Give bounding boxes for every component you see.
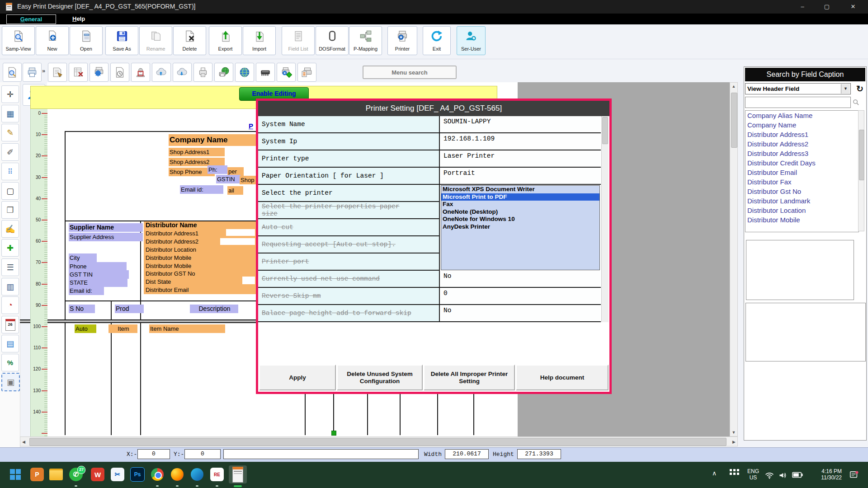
field-shop-address1[interactable]: Shop Address1 [169,148,225,156]
dialog-row-value[interactable]: Portrait [440,168,601,185]
delete-unused-config-button[interactable]: Delete Unused System Configuration [337,365,423,390]
field-ph-label[interactable]: Ph: [208,165,227,174]
field-caption-item[interactable]: Distributor Address1 [745,130,859,139]
minimize-button[interactable]: – [792,0,813,14]
scroll-right-icon[interactable]: ▶ [732,440,736,444]
notification-icon[interactable] [849,470,859,480]
import-button[interactable]: Import [243,26,276,55]
cloud-download-button[interactable] [173,63,192,82]
field-caption-item[interactable]: Distributor Gst No [745,187,859,196]
calendar-tool-icon[interactable]: 26 [1,316,19,333]
field-search-input[interactable] [745,97,851,108]
exit-button[interactable]: Exit [423,26,451,55]
clock[interactable]: 4:16 PM 11/30/22 [812,468,842,481]
maximize-button[interactable]: ▢ [816,0,837,14]
scroll-up-icon[interactable]: ▲ [730,84,737,89]
schedule-doc-button[interactable] [110,63,129,82]
field-caption-item[interactable]: Company Alias Name [745,111,859,120]
taskbar-app-whatsapp[interactable]: ✆27 [67,465,85,483]
taskbar-app-photoshop[interactable]: Ps [128,465,146,483]
grid-header-description[interactable]: Description [190,305,238,313]
horizontal-scrollbar[interactable]: ◀ ▶ [20,436,738,446]
dialog-row-value[interactable]: 192.168.1.109 [440,133,601,150]
field-caption-item[interactable]: Company Name [745,120,859,130]
field-list-scrollbar[interactable] [858,110,864,231]
taskbar-app-firefox[interactable] [168,465,186,483]
field-item[interactable]: Item [108,324,137,333]
dialog-title[interactable]: Printer Setting [DEF_ A4_PO_GST-565] [258,101,609,116]
field-email-label[interactable]: Email id: [180,185,223,194]
dialog-row-value[interactable]: No [440,271,601,288]
field-auto[interactable]: Auto [75,324,96,333]
field-type-dropdown[interactable]: View Header Field ▼ [745,83,851,94]
selection-handle[interactable] [331,431,336,436]
apply-button[interactable]: Apply [259,365,336,390]
close-button[interactable]: ✕ [843,0,863,14]
taskbar-app-office[interactable]: P [28,465,46,483]
field-supplier-city[interactable]: City [69,253,97,262]
field-gstin[interactable]: GSTIN [216,175,241,183]
samp-view-button[interactable]: Samp-View [2,26,35,55]
refresh-icon[interactable]: ↻ [854,83,865,94]
text-select-tool-icon[interactable]: ✛ [1,85,19,103]
printer-option[interactable]: Microsoft XPS Document Writer [441,186,599,193]
printer-listbox[interactable]: Microsoft XPS Document Writer Microsoft … [441,185,600,270]
dialog-row-value[interactable]: 0 [440,288,601,305]
pen-tool-icon[interactable]: ✐ [1,143,19,161]
field-distributor-name[interactable]: Distributor Name [146,221,258,230]
taskbar-app-edge[interactable] [188,465,206,483]
receipt-printer-button[interactable] [193,63,212,82]
menu-search-input[interactable] [363,66,457,79]
pencil-tool-icon[interactable]: ✎ [1,124,19,141]
web-button[interactable] [235,63,254,82]
wifi-icon[interactable] [765,472,774,479]
new-button[interactable]: New [36,26,69,55]
pie-chart-tool-icon[interactable]: ◔ [1,296,19,314]
field-distributor-gst[interactable]: Distributor GST No [146,270,258,278]
delete-format-button[interactable] [69,63,88,82]
save-as-button[interactable]: Save As [105,26,138,55]
dialog-scroll-thumb[interactable] [602,117,608,144]
page-setup-button[interactable] [48,63,67,82]
vertical-scrollbar[interactable]: ▲ ▼ [730,82,738,436]
printer-share-button[interactable] [214,63,233,82]
page-field-link[interactable]: P [249,122,253,130]
dot-matrix-tool-icon[interactable]: ⠿ [1,163,19,180]
user-permission-button[interactable] [131,63,150,82]
taskbar-app-wps[interactable]: W [89,465,107,483]
image-tool-icon[interactable]: ▦ [1,105,19,122]
scroll-down-icon[interactable]: ▼ [730,430,737,435]
grid-header-prod[interactable]: Prod [115,305,144,313]
language-indicator[interactable]: ENG US [745,468,761,481]
printer-button[interactable]: Printer [387,26,417,55]
field-distributor-mobile2[interactable]: Distributor Mobile [146,262,258,270]
export-button[interactable]: Export [209,26,242,55]
print-layout-tool-icon[interactable]: ▣ [1,373,20,391]
field-supplier-state[interactable]: STATE [69,278,127,287]
field-email-value[interactable]: ail [227,186,243,195]
tray-grid-icon[interactable] [730,469,739,475]
field-caption-item[interactable]: Distributor Location [745,206,859,215]
tray-expand-icon[interactable]: ∧ [712,470,717,476]
chart-tool-icon[interactable]: ▤ [1,335,19,352]
field-item-name[interactable]: Item Name [149,324,225,333]
printer-option[interactable]: Fax [441,201,599,208]
field-caption-list[interactable]: Company Alias Name Company Name Distribu… [745,110,859,232]
start-button[interactable] [6,465,24,483]
printer-option-selected[interactable]: Microsoft Print to PDF [441,193,599,201]
page-tool-icon[interactable]: ▢ [1,182,19,200]
numbered-list-tool-icon[interactable]: ☰ [1,258,19,276]
annotate-tool-icon[interactable]: ✍ [1,220,19,238]
field-supplier-email[interactable]: Email id: [69,286,104,295]
field-caption-item[interactable]: Distributor Landmark [745,196,859,206]
taskbar-app-easy-print[interactable] [229,465,247,483]
printer-option[interactable]: OneNote (Desktop) [441,208,599,216]
dialog-row-value[interactable]: SOUMIN-LAPPY [440,116,601,133]
rename-button[interactable]: Rename [139,26,172,55]
field-company-name[interactable]: Company Name [169,134,257,146]
chevron-down-icon[interactable]: ▼ [841,84,850,94]
printer-config-button[interactable] [90,63,108,82]
printer-option[interactable]: OneNote for Windows 10 [441,216,599,223]
field-list-button[interactable]: Field List [282,26,315,55]
field-caption-item[interactable]: Distributor Address3 [745,149,859,158]
